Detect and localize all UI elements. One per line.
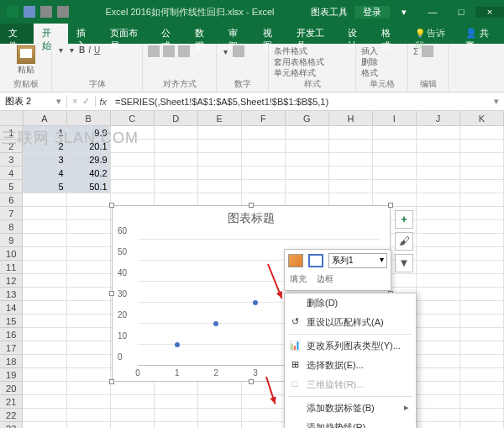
tab-view[interactable]: 视图 <box>255 24 288 44</box>
cell[interactable] <box>242 395 286 409</box>
cell[interactable] <box>23 274 66 288</box>
cell[interactable] <box>460 261 504 274</box>
column-header[interactable]: K <box>460 111 504 126</box>
row-header[interactable]: 16 <box>0 328 23 341</box>
data-point[interactable] <box>175 342 180 347</box>
cell[interactable] <box>329 153 373 166</box>
cell[interactable] <box>155 422 198 428</box>
row-header[interactable]: 5 <box>0 180 23 193</box>
cell[interactable] <box>460 220 504 234</box>
cell[interactable] <box>67 247 111 261</box>
cell[interactable] <box>417 193 460 207</box>
cell[interactable] <box>286 140 329 153</box>
chart-filters-button[interactable]: ▼ <box>395 254 413 272</box>
cell[interactable] <box>417 355 460 368</box>
cell[interactable]: 29.9 <box>67 153 111 166</box>
cell[interactable] <box>67 355 111 368</box>
column-header[interactable]: C <box>111 111 155 126</box>
cell[interactable] <box>286 153 329 166</box>
cell[interactable] <box>67 395 111 409</box>
row-header[interactable]: 14 <box>0 301 23 314</box>
cell[interactable] <box>460 126 504 140</box>
cell[interactable] <box>155 395 198 409</box>
column-header[interactable]: F <box>242 111 286 126</box>
cell[interactable] <box>23 382 66 395</box>
row-header[interactable]: 6 <box>0 193 23 207</box>
tab-developer[interactable]: 开发工具 <box>288 24 339 44</box>
cell[interactable] <box>67 193 111 207</box>
menu-delete[interactable]: 删除(D) <box>285 293 416 313</box>
cell[interactable] <box>460 328 504 341</box>
cell[interactable] <box>23 422 66 428</box>
data-point[interactable] <box>253 300 258 305</box>
cell[interactable] <box>67 368 111 382</box>
cell[interactable] <box>198 126 242 140</box>
cell[interactable] <box>460 207 504 220</box>
row-header[interactable]: 3 <box>0 153 23 166</box>
cell[interactable] <box>198 153 242 166</box>
cell[interactable] <box>417 126 460 140</box>
chart-elements-button[interactable]: + <box>395 210 413 229</box>
cell[interactable] <box>242 126 286 140</box>
cell[interactable] <box>23 355 66 368</box>
tab-page-layout[interactable]: 页面布局 <box>102 24 153 44</box>
cell[interactable] <box>242 409 286 422</box>
cell[interactable] <box>67 274 111 288</box>
cell[interactable] <box>23 368 66 382</box>
menu-select-data[interactable]: ⊞选择数据(E)... <box>285 356 416 375</box>
cell[interactable] <box>155 166 198 180</box>
column-header[interactable]: J <box>417 111 460 126</box>
tab-home[interactable]: 开始 <box>34 24 67 44</box>
tab-design[interactable]: 设计 <box>339 24 373 44</box>
cell[interactable] <box>242 140 286 153</box>
cell[interactable] <box>460 395 504 409</box>
cell[interactable] <box>460 140 504 153</box>
cell[interactable] <box>111 422 155 428</box>
row-header[interactable]: 8 <box>0 220 23 234</box>
cell[interactable] <box>286 126 329 140</box>
cell[interactable] <box>23 288 66 301</box>
chart-title[interactable]: 图表标题 <box>113 206 390 231</box>
menu-change-chart-type[interactable]: 📊更改系列图表类型(Y)... <box>285 336 416 356</box>
cell[interactable] <box>155 180 198 193</box>
series-dropdown[interactable]: 系列1▾ <box>328 253 387 268</box>
cell[interactable] <box>373 166 417 180</box>
size-dropdown[interactable]: ▾ <box>68 45 76 55</box>
cell[interactable] <box>460 180 504 193</box>
column-header[interactable]: A <box>24 111 67 126</box>
cell[interactable] <box>23 395 66 409</box>
cell[interactable] <box>417 314 460 328</box>
table-format-button[interactable]: 套用表格格式 <box>274 56 350 67</box>
menu-add-data-labels[interactable]: 添加数据标签(B)▸ <box>285 399 416 418</box>
insert-cells-button[interactable]: 插入 <box>361 45 402 56</box>
maximize-button[interactable]: □ <box>447 7 475 18</box>
cell[interactable] <box>111 153 155 166</box>
cell[interactable] <box>67 261 111 274</box>
autosum-icon[interactable]: Σ <box>413 47 418 56</box>
row-header[interactable]: 18 <box>0 355 23 368</box>
cell[interactable] <box>417 234 460 247</box>
row-header[interactable]: 15 <box>0 314 23 328</box>
cell[interactable] <box>155 382 198 395</box>
cell[interactable] <box>111 409 155 422</box>
cell[interactable] <box>329 140 373 153</box>
paste-button[interactable]: 粘贴 <box>5 45 46 76</box>
row-header[interactable]: 2 <box>0 140 23 153</box>
cell[interactable] <box>242 422 286 428</box>
cell[interactable] <box>155 140 198 153</box>
cell[interactable] <box>460 382 504 395</box>
cell[interactable] <box>373 126 417 140</box>
cell[interactable] <box>460 166 504 180</box>
data-point[interactable] <box>213 321 218 326</box>
cell[interactable] <box>198 422 242 428</box>
align-bottom-icon[interactable] <box>178 45 190 57</box>
row-header[interactable]: 19 <box>0 368 23 382</box>
chart-styles-button[interactable]: 🖌 <box>395 232 413 251</box>
row-header[interactable]: 1 <box>0 126 23 140</box>
cell[interactable] <box>460 422 504 428</box>
cell[interactable]: 40.2 <box>67 166 111 180</box>
format-cells-button[interactable]: 格式 <box>361 67 402 78</box>
menu-add-trendline[interactable]: 添加趋势线(R)... <box>285 418 416 428</box>
cell[interactable] <box>417 180 460 193</box>
column-header[interactable]: E <box>198 111 242 126</box>
